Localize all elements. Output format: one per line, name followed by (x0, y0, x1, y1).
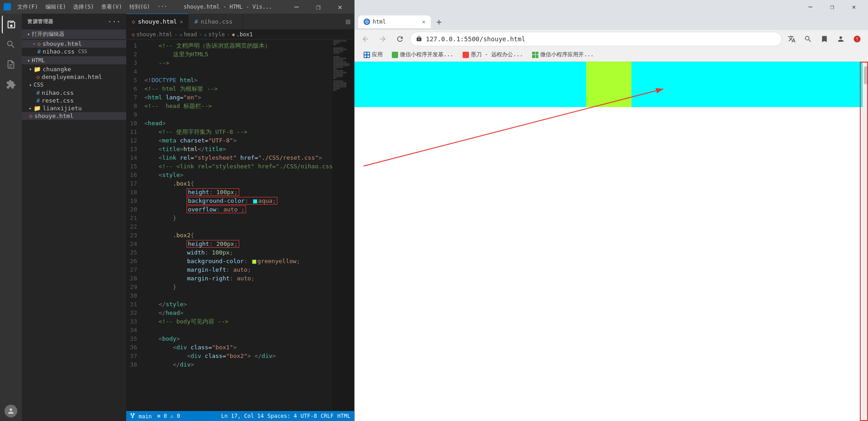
browser-close-button[interactable]: ✕ (843, 0, 864, 14)
forward-button[interactable] (375, 32, 390, 46)
browser-content (355, 62, 868, 421)
browser-panel: ─ ❐ ✕ html ✕ + 127.0.0.1:5500/shouye.h (354, 0, 868, 421)
editor-scroll-area[interactable]: 1 <!-- 文档声明（告诉浏览器网页的版本） 2 这里为HTML5 3 (126, 39, 332, 411)
lianxijietu-folder[interactable]: ▸ 📁 lianxijietu (22, 104, 126, 112)
address-bar[interactable]: 127.0.0.1:5500/shouye.html (410, 32, 782, 46)
source-control-icon[interactable] (2, 55, 20, 73)
line-num-5: 5 (126, 76, 144, 84)
line-content-14: <link rel="stylesheet" href="./CSS/reset… (144, 153, 332, 162)
menu-view[interactable]: 查看(V) (99, 2, 125, 12)
code-line-1: 1 <!-- 文档声明（告诉浏览器网页的版本） (126, 41, 332, 50)
chuangke-folder[interactable]: ▾ 📁 chuangke (22, 65, 126, 73)
open-file-shouye[interactable]: ✕ ◇ shouye.html (22, 40, 126, 48)
browser-minimize-button[interactable]: ─ (800, 0, 821, 14)
open-file-nihao[interactable]: ✕ # nihao.css CSS (22, 48, 126, 55)
chevron-right-icon: ▸ (29, 106, 32, 111)
code-line-34: 34 (126, 326, 332, 334)
box2-element (586, 62, 631, 107)
minimize-button[interactable]: ─ (286, 0, 307, 14)
browser-tab-close-icon[interactable]: ✕ (422, 19, 425, 25)
zoom-button[interactable] (801, 32, 815, 46)
git-branch-status[interactable]: main (130, 413, 152, 420)
browser-maximize-button[interactable]: ❐ (822, 0, 843, 14)
extensions-icon[interactable] (2, 75, 20, 93)
back-button[interactable] (358, 32, 373, 46)
line-num-2: 2 (126, 50, 144, 59)
menu-file[interactable]: 文件(F) (15, 2, 41, 12)
line-num-37: 37 (126, 352, 144, 360)
line-num-4: 4 (126, 67, 144, 76)
user-avatar[interactable] (5, 405, 17, 417)
browser-scrollbar[interactable] (863, 62, 868, 421)
breadcrumb-file-label: shouye.html (136, 31, 172, 38)
bookmark-modao[interactable]: 墨刀 - 远程办公... (459, 50, 527, 59)
dengluyemian-file[interactable]: ◇ dengluyemian.html (22, 73, 126, 81)
reset-css-file[interactable]: # reset.css (22, 97, 126, 104)
extension-button[interactable]: ! (850, 32, 864, 46)
open-editors-label: 打开的编辑器 (32, 30, 64, 38)
line-content-28: margin-right: auto; (144, 274, 332, 283)
line-num-24: 24 (126, 240, 144, 248)
tab-bar: ◇ shouye.html ✕ # nihao.css ⊞ (126, 14, 354, 29)
breadcrumb-box1[interactable]: ◈ .box1 (232, 31, 252, 38)
browser-favicon (364, 19, 370, 25)
menu-edit[interactable]: 编辑(E) (43, 2, 69, 12)
html-section[interactable]: ▾ HTML (22, 56, 126, 64)
menu-more[interactable]: ··· (154, 2, 170, 12)
maximize-button[interactable]: ❐ (308, 0, 329, 14)
nihao-css-file[interactable]: # nihao.css (22, 89, 126, 97)
line-num-30: 30 (126, 291, 144, 300)
code-line-11: 11 <!-- 使用字符集为 UTF-8 --> (126, 127, 332, 136)
profile-button[interactable] (833, 32, 848, 46)
tab-shouye-html[interactable]: ◇ shouye.html ✕ (126, 14, 189, 29)
bookmark-apps[interactable]: 应用 (360, 50, 386, 59)
line-num-14: 14 (126, 153, 144, 162)
css-section-label: CSS (34, 82, 44, 88)
encoding-status[interactable]: UTF-8 (301, 413, 317, 419)
bookmark-wechat-mini1[interactable]: 微信小程序开发基... (388, 50, 457, 59)
code-line-5: 5 <!DOCTYPE html> (126, 76, 332, 84)
explorer-icon[interactable] (2, 15, 20, 34)
line-content-15: <!-- <link rel="stylesheet" href="./CSS/… (144, 162, 332, 171)
code-line-10: 10 <head> (126, 119, 332, 127)
lock-icon (416, 35, 422, 43)
browser-tab-html[interactable]: html ✕ (358, 15, 431, 28)
greenyellow-swatch (252, 259, 256, 264)
vscode-body: 资源管理器 ··· ▾ 打开的编辑器 ✕ ◇ shouye.html ✕ # n… (0, 14, 354, 421)
chuangke-label: chuangke (43, 66, 71, 73)
bookmark-button[interactable] (817, 32, 832, 46)
menu-select[interactable]: 选择(S) (70, 2, 97, 12)
tab-nihao-css[interactable]: # nihao.css (189, 14, 243, 29)
lang-status[interactable]: HTML (337, 413, 350, 419)
breadcrumb-sep2: › (199, 31, 202, 38)
open-editors-section[interactable]: ▾ 打开的编辑器 (22, 29, 126, 39)
tab-close-icon[interactable]: ✕ (180, 19, 183, 25)
errors-status[interactable]: ⊗ 0 ⚠ 0 (157, 413, 180, 419)
css-subsection[interactable]: ▾ CSS (22, 81, 126, 89)
menu-goto[interactable]: 转到(G) (127, 2, 153, 12)
breadcrumb-file[interactable]: ◇ shouye.html (132, 31, 173, 38)
code-line-32: 32 </head> (126, 308, 332, 317)
close-icon[interactable]: ✕ (33, 41, 35, 46)
ln-col-status[interactable]: Ln 17, Col 14 (221, 413, 264, 419)
close-window-button[interactable]: ✕ (330, 0, 350, 14)
new-tab-button[interactable]: + (433, 15, 445, 28)
editor-inner: 1 <!-- 文档声明（告诉浏览器网页的版本） 2 这里为HTML5 3 (126, 39, 354, 411)
line-num-36: 36 (126, 343, 144, 352)
breadcrumb-head[interactable]: ⬦ head (179, 31, 197, 38)
code-line-7: 7 <html lang="en"> (126, 93, 332, 102)
shouye-html-file[interactable]: ◇ shouye.html (22, 112, 126, 120)
sidebar-header: 资源管理器 ··· (22, 14, 126, 29)
bookmark-wechat-mini2[interactable]: 微信小程序应用开... (528, 50, 597, 59)
search-icon[interactable] (2, 35, 20, 54)
status-bar-right: Ln 17, Col 14 Spaces: 4 UTF-8 CRLF HTML (221, 413, 350, 419)
breadcrumb-style[interactable]: ⬦ style (204, 31, 225, 38)
translate-button[interactable] (784, 32, 799, 46)
sidebar-more-button[interactable]: ··· (108, 17, 121, 26)
line-num-21: 21 (126, 214, 144, 222)
refresh-button[interactable] (393, 32, 407, 46)
spaces-status[interactable]: Spaces: 4 (267, 413, 297, 419)
tab-actions[interactable]: ⊞ (342, 14, 354, 29)
line-content-37: <div class="box2"> </div> (144, 352, 332, 360)
eol-status[interactable]: CRLF (321, 413, 334, 419)
